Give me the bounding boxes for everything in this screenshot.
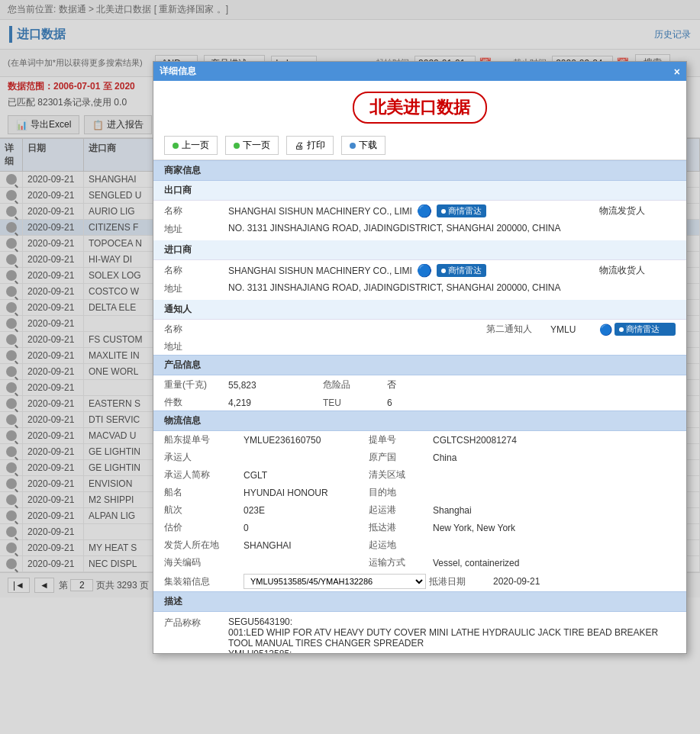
- product-info-row: 重量(千克) 55,823 危险品 否: [153, 375, 686, 394]
- download-button[interactable]: 下载: [341, 136, 385, 155]
- customs-code-label: 海关编码: [164, 556, 240, 569]
- notifier-badge-dot-icon: [619, 327, 624, 332]
- logistics-row4: 船名 HYUNDAI HONOUR 目的地: [153, 484, 686, 501]
- origin-country-value: China: [433, 452, 676, 463]
- destination-label: 目的地: [369, 486, 430, 499]
- container-info-label: 集装箱信息: [164, 575, 240, 588]
- weight-value: 55,823: [228, 380, 320, 391]
- clearance-label: 清关区域: [369, 468, 430, 481]
- weight-label: 重量(千克): [164, 378, 225, 391]
- print-button[interactable]: 🖨 打印: [286, 136, 334, 155]
- vessel-label: 船名: [164, 486, 240, 499]
- logistics-row9: 集装箱信息 YMLU9513585/45/YMAH132286 抵港日期 202…: [153, 571, 686, 591]
- next-record-button[interactable]: 下一页: [225, 136, 279, 155]
- arrival-date-label: 抵港日期: [429, 575, 490, 588]
- arrival-date-value: 2020-09-21: [493, 576, 676, 587]
- modal-content: 北美进口数据 上一页 下一页 🖨 打印 下载: [153, 81, 686, 653]
- importer-addr-value: NO. 3131 JINSHAJIANG ROAD, JIADINGDISTRI…: [228, 282, 676, 295]
- merchant-section-title: 商家信息: [153, 160, 686, 181]
- logistics-row6: 估价 0 抵达港 New York, New York: [153, 519, 686, 536]
- pieces-label: 件数: [164, 396, 225, 409]
- product-name-value: SEGU5643190: 001:LED WHIP FOR ATV HEAVY …: [228, 616, 676, 653]
- departure-place-label: 起运地: [369, 539, 430, 552]
- product-name-label: 产品称称: [164, 616, 225, 653]
- print-icon: 🖨: [295, 140, 304, 151]
- notifier-name-row: 名称 第二通知人 YMLU 🔵 商情雷达: [153, 320, 686, 339]
- departure-port-value: Shanghai: [433, 505, 676, 516]
- download-dot-icon: [350, 143, 356, 149]
- description-content: 产品称称 SEGU5643190: 001:LED WHIP FOR ATV H…: [153, 612, 686, 653]
- forwarder-name-label: 承运人简称: [164, 468, 240, 481]
- notifier-addr-value: [228, 340, 676, 353]
- price-value: 0: [244, 523, 366, 533]
- price-label: 估价: [164, 521, 240, 534]
- exporter-badge-button[interactable]: 商情雷达: [437, 204, 486, 217]
- arrival-port-label: 抵达港: [369, 521, 430, 534]
- next-dot-icon: [234, 143, 240, 149]
- notifier-second-value: YMLU: [550, 324, 596, 335]
- notifier-info-icon[interactable]: 🔵: [599, 324, 611, 336]
- notifier-name-label: 名称: [164, 323, 225, 336]
- pieces-value: 4,219: [228, 398, 320, 408]
- bill-no-label: 船东提单号: [164, 433, 240, 446]
- modal-close-button[interactable]: ×: [674, 66, 680, 78]
- prev-dot-icon: [173, 143, 179, 149]
- notifier-addr-row: 地址: [153, 339, 686, 355]
- dangerous-value: 否: [387, 378, 448, 391]
- vessel-value: HYUNDAI HONOUR: [244, 488, 366, 498]
- modal-header-title: 详细信息: [160, 65, 196, 78]
- product-section-title: 产品信息: [153, 355, 686, 375]
- importer-addr-label: 地址: [164, 282, 225, 295]
- modal-nav: 上一页 下一页 🖨 打印 下载: [153, 131, 686, 160]
- merchant-section: 商家信息 出口商 名称 SHANGHAI SISHUN MACHINERY CO…: [153, 160, 686, 355]
- product-pieces-row: 件数 4,219 TEU 6: [153, 394, 686, 410]
- manifest-label: 提单号: [369, 433, 430, 446]
- importer-badge-dot-icon: [441, 269, 446, 273]
- notifier-title: 通知人: [153, 300, 686, 320]
- notifier-second-label: 第二通知人: [486, 323, 547, 336]
- transport-value: Vessel, containerized: [433, 558, 676, 568]
- exporter-role-value: 物流发货人: [599, 204, 676, 217]
- manifest-value: CGLTCSH20081274: [433, 435, 676, 446]
- modal-title-section: 北美进口数据: [153, 81, 686, 131]
- modal-header: 详细信息 ×: [153, 62, 686, 81]
- exporter-name-label: 名称: [164, 204, 225, 217]
- notifier-badge-button[interactable]: 商情雷达: [615, 323, 676, 336]
- transport-label: 运输方式: [369, 556, 430, 569]
- description-section-title: 描述: [153, 591, 686, 612]
- badge-dot-icon: [441, 209, 446, 214]
- notifier-addr-label: 地址: [164, 340, 225, 353]
- forwarder-label: 承运人: [164, 451, 240, 464]
- logistics-section: 物流信息 船东提单号 YMLUE236160750 提单号 CGLTCSH200…: [153, 410, 686, 591]
- description-section: 描述 产品称称 SEGU5643190: 001:LED WHIP FOR AT…: [153, 591, 686, 653]
- dangerous-label: 危险品: [323, 378, 384, 391]
- logistics-row3: 承运人简称 CGLT 清关区域: [153, 466, 686, 484]
- teu-value: 6: [387, 398, 448, 408]
- exporter-addr-value: NO. 3131 JINSHAJIANG ROAD, JIADINGDISTRI…: [228, 223, 676, 236]
- product-name-row: 产品称称 SEGU5643190: 001:LED WHIP FOR ATV H…: [164, 616, 676, 653]
- modal-dialog: 详细信息 × 北美进口数据 上一页 下一页 🖨 打印: [153, 61, 687, 654]
- exporter-name-value: SHANGHAI SISHUN MACHINERY CO., LIMI: [228, 206, 412, 217]
- logistics-row1: 船东提单号 YMLUE236160750 提单号 CGLTCSH20081274: [153, 431, 686, 449]
- importer-name-value-group: SHANGHAI SISHUN MACHINERY CO., LIMI 🔵 商情…: [228, 263, 532, 278]
- logistics-section-title: 物流信息: [153, 410, 686, 431]
- logistics-row5: 航次 023E 起运港 Shanghai: [153, 501, 686, 519]
- importer-name-label: 名称: [164, 264, 225, 277]
- exporter-addr-label: 地址: [164, 223, 225, 236]
- importer-badge-button[interactable]: 商情雷达: [437, 264, 486, 277]
- origin-port-value: SHANGHAI: [244, 540, 366, 551]
- modal-main-title: 北美进口数据: [353, 92, 487, 124]
- importer-info-icon[interactable]: 🔵: [417, 263, 432, 278]
- logistics-row2: 承运人 原产国 China: [153, 449, 686, 466]
- prev-record-button[interactable]: 上一页: [164, 136, 218, 155]
- importer-role-value: 物流收货人: [599, 264, 676, 277]
- product-section: 产品信息 重量(千克) 55,823 危险品 否 件数 4,219 TEU 6: [153, 355, 686, 410]
- importer-title: 进口商: [153, 240, 686, 260]
- voyage-value: 023E: [244, 505, 366, 516]
- exporter-info-icon[interactable]: 🔵: [417, 204, 432, 218]
- voyage-label: 航次: [164, 504, 240, 517]
- exporter-name-row: 名称 SHANGHAI SISHUN MACHINERY CO., LIMI 🔵…: [153, 201, 686, 221]
- container-info-select[interactable]: YMLU9513585/45/YMAH132286: [244, 574, 426, 589]
- arrival-port-value: New York, New York: [433, 523, 676, 533]
- departure-port-label: 起运港: [369, 504, 430, 517]
